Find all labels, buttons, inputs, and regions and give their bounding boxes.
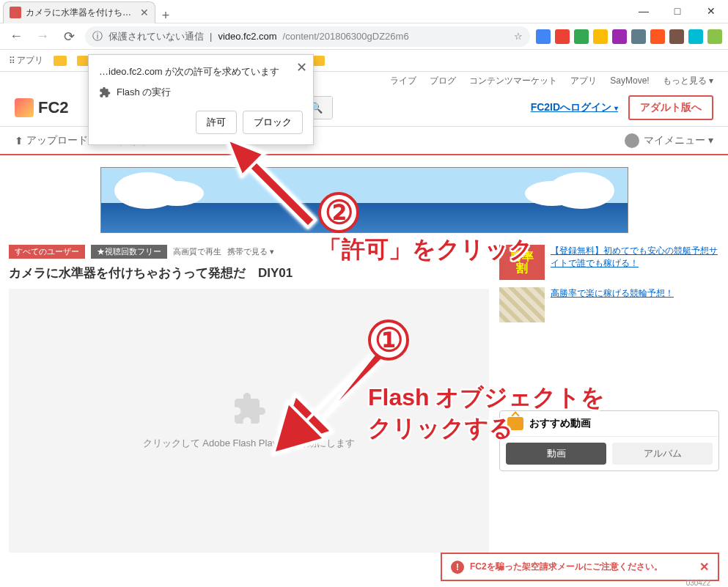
permission-item: Flash の実行 (117, 86, 171, 99)
mobile-view-link[interactable]: 携帯で見る ▾ (227, 246, 274, 257)
recommend-heading: おすすめ動画 (529, 417, 591, 430)
extension-icon[interactable] (593, 29, 608, 44)
address-bar[interactable]: ⓘ 保護されていない通信 | video.fc2.com/content/201… (85, 26, 530, 47)
ad-thumbnail (499, 287, 545, 322)
nav-more[interactable]: もっと見る ▾ (663, 75, 713, 87)
forward-button[interactable]: → (32, 26, 53, 47)
tab-close-icon[interactable]: ✕ (140, 7, 149, 18)
new-tab-button[interactable]: + (155, 8, 176, 23)
permission-dialog: ✕ …ideo.fc2.com が次の許可を求めています Flash の実行 許… (88, 54, 314, 145)
logo-icon (15, 98, 34, 117)
badge-view-free: ★視聴回数フリー (91, 245, 167, 259)
bookmark-star-icon[interactable]: ☆ (514, 31, 523, 42)
apps-button[interactable]: ⠿ アプリ (6, 53, 46, 68)
warning-icon: ! (451, 561, 464, 574)
window-close-button[interactable]: ✕ (694, 0, 728, 22)
bookmark-folder[interactable] (51, 54, 70, 67)
nav-app[interactable]: アプリ (570, 75, 597, 87)
ad-thumbnail: 勝率 割 (499, 245, 545, 280)
extension-icon[interactable] (650, 29, 665, 44)
apps-label: アプリ (17, 54, 43, 67)
badge-all-users: すべてのユーザー (9, 245, 85, 259)
extension-icon[interactable] (688, 29, 703, 44)
nav-saymove[interactable]: SayMove! (610, 75, 649, 86)
nav-market[interactable]: コンテンツマーケット (469, 75, 557, 87)
extension-icon[interactable] (574, 29, 589, 44)
extension-icon[interactable] (631, 29, 646, 44)
url-host: video.fc2.com (218, 31, 276, 42)
tab-video[interactable]: 動画 (506, 443, 606, 465)
login-link[interactable]: FC2IDへログイン ▾ (531, 101, 618, 114)
site-logo[interactable]: FC2 (15, 98, 69, 117)
extension-icon[interactable] (612, 29, 627, 44)
nav-blog[interactable]: ブログ (430, 75, 456, 87)
warning-close-button[interactable]: ✕ (699, 560, 709, 574)
security-status: 保護されていない通信 (109, 30, 204, 43)
avatar-icon (625, 133, 639, 148)
adult-version-button[interactable]: アダルト版へ (628, 95, 713, 120)
permission-message: が次の許可を求めています (163, 66, 280, 77)
allow-button[interactable]: 許可 (196, 111, 237, 134)
site-info-icon[interactable]: ⓘ (92, 30, 103, 43)
viewer-count: 030422 (686, 579, 710, 587)
extension-icon[interactable] (669, 29, 684, 44)
block-button[interactable]: ブロック (243, 111, 303, 134)
folder-icon (54, 56, 67, 66)
caret-down-icon: ▾ (614, 104, 618, 112)
extension-icon[interactable] (555, 29, 570, 44)
sidebar-ad[interactable]: 勝率 割 【登録無料】初めてでも安心の競艇予想サイトで誰でも稼げる！ (499, 245, 719, 280)
extension-icon[interactable] (707, 29, 722, 44)
ad-text: 高勝率で楽に稼げる競輪予想！ (551, 287, 674, 322)
flash-enable-message: クリックして Adobe Flash Player を有効にします (143, 437, 356, 450)
favicon-icon (10, 7, 21, 18)
window-minimize-button[interactable]: — (627, 0, 661, 22)
video-title: カメラに水準器を付けちゃおうって発想だ DIY01 (9, 265, 489, 281)
warning-text: FC2を騙った架空請求メールにご注意ください。 (470, 561, 663, 573)
logo-text: FC2 (38, 98, 69, 117)
warning-toast: ! FC2を騙った架空請求メールにご注意ください。 ✕ (441, 553, 719, 581)
hq-playback-link[interactable]: 高画質で再生 (173, 246, 221, 257)
upload-icon: ⬆ (15, 135, 23, 147)
flash-placeholder[interactable]: クリックして Adobe Flash Player を有効にします (9, 289, 489, 553)
back-button[interactable]: ← (6, 26, 26, 47)
url-path: /content/201806300gDZ26m6 (283, 31, 409, 42)
sidebar-ad[interactable]: 高勝率で楽に稼げる競輪予想！ (499, 287, 719, 322)
reload-button[interactable]: ⟳ (59, 26, 79, 47)
nav-live[interactable]: ライブ (390, 75, 416, 87)
ad-text: 【登録無料】初めてでも安心の競艇予想サイトで誰でも稼げる！ (551, 245, 719, 280)
tab-title: カメラに水準器を付けちゃおうって発... (26, 7, 136, 19)
banner-ad[interactable] (100, 167, 628, 233)
extension-icon[interactable] (536, 29, 551, 44)
flash-plugin-icon (232, 391, 267, 427)
browser-tab[interactable]: カメラに水準器を付けちゃおうって発... ✕ (3, 1, 155, 23)
plugin-icon (99, 86, 111, 98)
permission-origin: …ideo.fc2.com (99, 66, 163, 77)
dialog-close-button[interactable]: ✕ (296, 59, 307, 75)
window-maximize-button[interactable]: □ (661, 0, 694, 22)
my-menu[interactable]: マイメニュー ▾ (625, 133, 713, 148)
tab-album[interactable]: アルバム (612, 443, 713, 465)
upload-link[interactable]: ⬆ アップロード (15, 134, 88, 147)
tv-icon (507, 417, 523, 430)
